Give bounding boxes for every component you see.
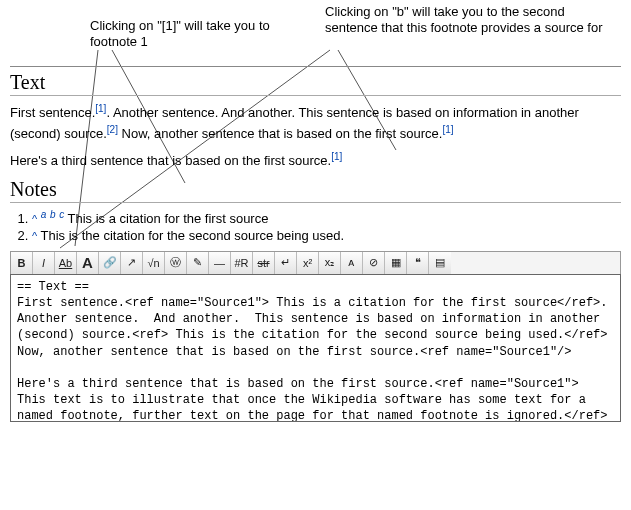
gallery-button[interactable]: ▦ — [385, 252, 407, 274]
math-button[interactable]: √n — [143, 252, 165, 274]
reference-button[interactable]: ❝ — [407, 252, 429, 274]
ref-link-1a[interactable]: [1] — [95, 103, 106, 114]
ref-link-2[interactable]: [2] — [107, 124, 118, 135]
wikitext-editor[interactable] — [10, 274, 621, 422]
redirect-button[interactable]: #R — [231, 252, 253, 274]
hr-button[interactable]: — — [209, 252, 231, 274]
rule-under-text — [10, 95, 621, 96]
external-link-button[interactable]: ↗ — [121, 252, 143, 274]
internal-link-button[interactable]: 🔗 — [99, 252, 121, 274]
editor-toolbar: B I Ab A 🔗 ↗ √n ⓦ ✎ — #R str ↵ x² x₂ ᴀ ⊘… — [10, 251, 621, 274]
heading-notes: Notes — [10, 178, 621, 201]
backlink-caret-2[interactable]: ^ — [32, 230, 37, 242]
table-button[interactable]: ▤ — [429, 252, 451, 274]
small-button[interactable]: ᴀ — [341, 252, 363, 274]
paragraph-1: First sentence.[1]. Another sentence. An… — [10, 102, 621, 144]
note-2-text: This is the citation for the second sour… — [41, 228, 345, 243]
backlink-caret-1: ^ — [32, 213, 37, 225]
superscript-button[interactable]: x² — [297, 252, 319, 274]
strike-button[interactable]: str — [253, 252, 275, 274]
sentence-3: Now, another sentence that is based on t… — [118, 127, 442, 142]
paragraph-2: Here's a third sentence that is based on… — [10, 150, 621, 171]
callout-right: Clicking on "b" will take you to the sec… — [325, 4, 615, 37]
rule-under-notes — [10, 202, 621, 203]
nowiki-button[interactable]: ⓦ — [165, 252, 187, 274]
italic-button[interactable]: I — [33, 252, 55, 274]
linebreak-button[interactable]: ↵ — [275, 252, 297, 274]
notes-list: ^ a b c This is a citation for the first… — [32, 209, 621, 243]
subscript-button[interactable]: x₂ — [319, 252, 341, 274]
signature-button[interactable]: ✎ — [187, 252, 209, 274]
comment-button[interactable]: ⊘ — [363, 252, 385, 274]
sentence-1: First sentence. — [10, 105, 95, 120]
ref-link-1c[interactable]: [1] — [331, 151, 342, 162]
callout-left: Clicking on "[1]" will take you to footn… — [90, 18, 320, 51]
bold-button[interactable]: B — [11, 252, 33, 274]
note-1-text: This is a citation for the first source — [68, 211, 269, 226]
ref-link-1b[interactable]: [1] — [442, 124, 453, 135]
big-text-button[interactable]: A — [77, 252, 99, 274]
underline-button[interactable]: Ab — [55, 252, 77, 274]
rule-top — [10, 66, 621, 67]
heading-text: Text — [10, 71, 621, 94]
backlink-1a[interactable]: a — [41, 209, 47, 220]
backlink-1b[interactable]: b — [50, 209, 56, 220]
note-1: ^ a b c This is a citation for the first… — [32, 209, 621, 226]
sentence-4: Here's a third sentence that is based on… — [10, 154, 331, 169]
big-text-icon: A — [82, 254, 93, 271]
note-2: ^ This is the citation for the second so… — [32, 228, 621, 243]
backlink-1c[interactable]: c — [59, 209, 64, 220]
